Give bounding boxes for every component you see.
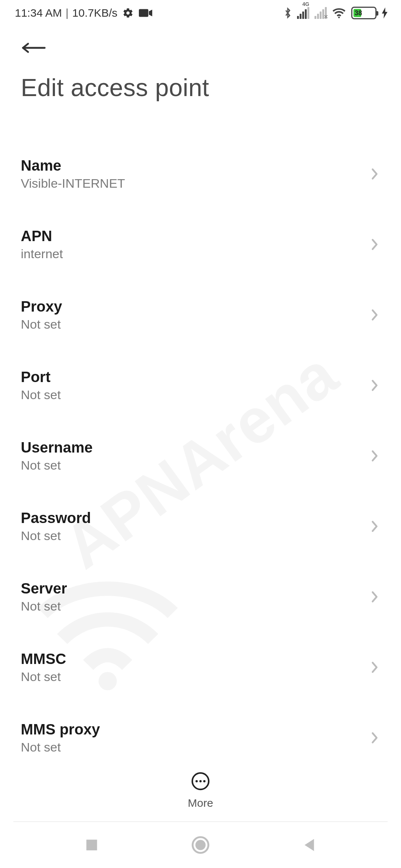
- setting-label: MMS proxy: [21, 721, 100, 738]
- status-divider: |: [66, 7, 69, 19]
- more-icon: [191, 772, 210, 791]
- setting-value: Not set: [21, 388, 61, 402]
- back-button[interactable]: [21, 39, 47, 57]
- setting-label: Username: [21, 439, 92, 456]
- chevron-right-icon: [369, 662, 380, 673]
- gear-icon: [123, 7, 134, 19]
- chevron-right-icon: [369, 380, 380, 391]
- more-button[interactable]: More: [0, 772, 401, 809]
- setting-label: Password: [21, 510, 91, 526]
- setting-row-port[interactable]: Port Not set: [0, 350, 401, 421]
- setting-row-apn[interactable]: APN internet: [0, 209, 401, 280]
- svg-point-1: [338, 17, 340, 18]
- setting-row-mms-proxy[interactable]: MMS proxy Not set: [0, 703, 401, 757]
- setting-value: Not set: [21, 317, 62, 332]
- setting-row-username[interactable]: Username Not set: [0, 421, 401, 491]
- setting-label: Proxy: [21, 298, 62, 315]
- nav-back-button[interactable]: [298, 834, 320, 856]
- signal-sim2: ✕: [314, 7, 327, 19]
- setting-row-mmsc[interactable]: MMSC Not set: [0, 632, 401, 703]
- setting-row-server[interactable]: Server Not set: [0, 562, 401, 632]
- chevron-right-icon: [369, 450, 380, 461]
- setting-label: Server: [21, 580, 67, 597]
- svg-point-5: [199, 780, 202, 782]
- setting-label: APN: [21, 228, 63, 244]
- more-label: More: [188, 797, 213, 809]
- battery-percent: 38: [355, 9, 362, 17]
- setting-value: Not set: [21, 599, 67, 614]
- chevron-right-icon: [369, 168, 380, 180]
- chevron-right-icon: [369, 239, 380, 250]
- charging-icon: [382, 7, 388, 19]
- setting-value: Not set: [21, 670, 66, 684]
- page-title: Edit access point: [0, 61, 401, 102]
- header-back-row: [0, 26, 401, 61]
- battery-icon: 38: [351, 7, 376, 19]
- setting-row-password[interactable]: Password Not set: [0, 491, 401, 562]
- status-time: 11:34 AM: [15, 7, 62, 19]
- chevron-right-icon: [369, 591, 380, 602]
- bluetooth-icon: [284, 7, 292, 19]
- settings-list: Name Visible-INTERNET APN internet Proxy…: [0, 102, 401, 757]
- svg-point-6: [203, 780, 205, 782]
- signal-sim1: 4G: [297, 7, 309, 19]
- camera-icon: [139, 8, 152, 18]
- setting-value: Not set: [21, 529, 91, 543]
- status-bar: 11:34 AM | 10.7KB/s 4G ✕ 38: [0, 0, 401, 26]
- setting-value: Visible-INTERNET: [21, 176, 125, 191]
- navigation-bar: [0, 822, 401, 868]
- chevron-right-icon: [369, 732, 380, 743]
- no-signal-x-icon: ✕: [324, 14, 328, 20]
- chevron-right-icon: [369, 309, 380, 320]
- setting-row-name[interactable]: Name Visible-INTERNET: [0, 139, 401, 209]
- setting-row-proxy[interactable]: Proxy Not set: [0, 280, 401, 350]
- setting-value: Not set: [21, 458, 92, 473]
- network-type: 4G: [302, 1, 309, 7]
- setting-value: internet: [21, 247, 63, 261]
- setting-label: Port: [21, 369, 61, 385]
- status-left: 11:34 AM | 10.7KB/s: [15, 7, 152, 19]
- svg-rect-7: [86, 840, 97, 851]
- svg-point-4: [195, 780, 198, 782]
- setting-label: Name: [21, 157, 125, 174]
- svg-rect-0: [139, 9, 149, 17]
- status-right: 4G ✕ 38: [284, 7, 388, 19]
- status-net-speed: 10.7KB/s: [72, 7, 118, 19]
- wifi-icon: [332, 7, 346, 19]
- setting-label: MMSC: [21, 651, 66, 667]
- svg-point-9: [195, 840, 206, 850]
- nav-home-button[interactable]: [189, 834, 212, 856]
- nav-recents-button[interactable]: [81, 834, 103, 856]
- setting-value: Not set: [21, 740, 100, 754]
- chevron-right-icon: [369, 521, 380, 532]
